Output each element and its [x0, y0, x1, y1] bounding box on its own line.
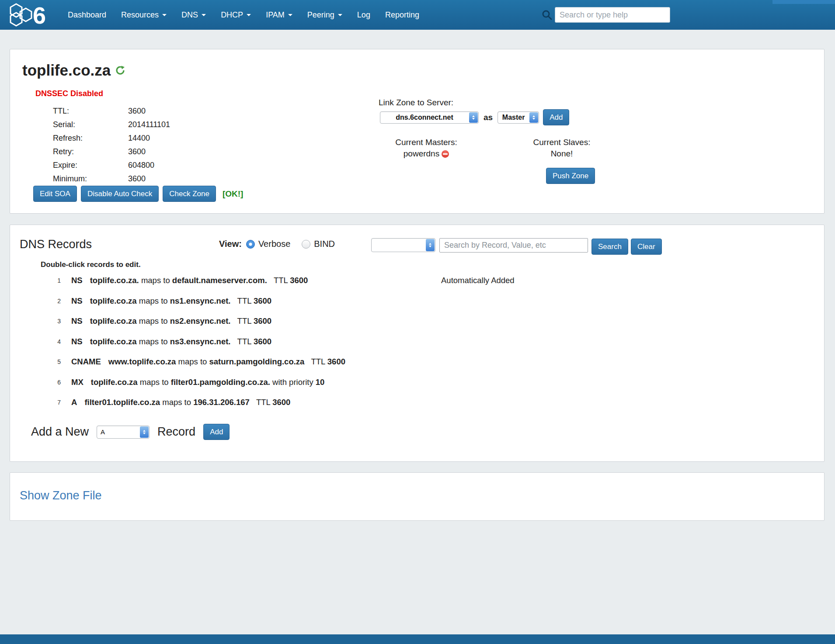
top-right-accent: [772, 0, 835, 4]
chevron-down-icon: [202, 14, 206, 16]
record-row[interactable]: 4 NStoplife.co.za maps to ns3.ensync.net…: [10, 332, 824, 352]
global-search-input[interactable]: [555, 7, 670, 23]
nav-item-label: Resources: [121, 10, 159, 20]
record-clear-button[interactable]: Clear: [631, 239, 662, 255]
check-zone-button[interactable]: Check Zone: [163, 186, 216, 202]
record-target: ns1.ensync.net.: [170, 296, 231, 305]
record-row[interactable]: 2 NStoplife.co.za maps to ns1.ensync.net…: [10, 291, 824, 312]
record-number: 1: [49, 277, 61, 284]
soa-value: 604800: [128, 161, 154, 170]
app-logo[interactable]: 6: [0, 0, 60, 30]
record-filter-select-value: [372, 239, 425, 252]
record-row[interactable]: 1 NStoplife.co.za. maps to default.names…: [10, 270, 824, 291]
nav-item-dns[interactable]: DNS: [174, 0, 213, 30]
record-tail-label: TTL: [304, 357, 327, 366]
record-tail-value: 3600: [272, 398, 290, 407]
record-tail-label: TTL: [231, 316, 254, 325]
record-name: toplife.co.za: [90, 316, 137, 325]
select-stepper-icon: [529, 112, 538, 123]
search-icon: [541, 9, 553, 21]
link-zone-row: dns.6connect.net as Master Add: [380, 109, 569, 125]
record-target: 196.31.206.167: [193, 398, 250, 407]
add-new-prefix: Add a New: [31, 425, 89, 439]
as-label: as: [483, 113, 494, 122]
disable-auto-check-button[interactable]: Disable Auto Check: [81, 186, 159, 202]
link-zone-add-button[interactable]: Add: [543, 109, 569, 125]
soa-value: 3600: [128, 147, 146, 156]
record-row[interactable]: 7 Afilter01.toplife.co.za maps to 196.31…: [10, 392, 824, 413]
nav-item-ipam[interactable]: IPAM: [258, 0, 300, 30]
record-filter-select[interactable]: [371, 238, 435, 252]
refresh-zone-icon[interactable]: [115, 65, 125, 76]
nav-item-reporting[interactable]: Reporting: [378, 0, 427, 30]
footer-bar: [0, 634, 835, 644]
soa-label: Expire:: [53, 161, 128, 170]
record-row[interactable]: 6 MXtoplife.co.za maps to filter01.pamgo…: [10, 372, 824, 393]
record-search-button[interactable]: Search: [591, 239, 628, 255]
soa-value: 2014111101: [128, 120, 170, 129]
record-tail-value: 10: [316, 377, 325, 387]
record-number: 2: [49, 298, 61, 305]
navbar-search: [541, 0, 670, 30]
zone-file-panel: Show Zone File: [10, 472, 825, 521]
record-row[interactable]: 5 CNAMEwww.toplife.co.za maps to saturn.…: [10, 352, 824, 372]
nav-item-dashboard[interactable]: Dashboard: [60, 0, 114, 30]
server-select[interactable]: dns.6connect.net: [380, 111, 479, 124]
add-record-button[interactable]: Add: [203, 424, 230, 440]
soa-label: Minimum:: [53, 174, 128, 184]
record-type-select-value: A: [97, 426, 139, 438]
show-zone-file-link[interactable]: Show Zone File: [20, 489, 102, 502]
record-text: NStoplife.co.za. maps to default.nameser…: [71, 276, 308, 285]
current-slaves: Current Slaves: None!: [519, 137, 605, 159]
record-maps-label: maps to: [160, 398, 193, 407]
record-row[interactable]: 3 NStoplife.co.za maps to ns2.ensync.net…: [10, 311, 824, 332]
main-menu: Dashboard Resources DNS DHCP IPAM Peerin…: [60, 0, 427, 30]
record-tail-value: 3600: [254, 337, 271, 346]
soa-label: Serial:: [53, 120, 128, 129]
record-type: NS: [71, 337, 83, 346]
record-tail-label: with priority: [270, 377, 316, 387]
nav-item-peering[interactable]: Peering: [300, 0, 350, 30]
record-number: 7: [49, 399, 61, 406]
bind-radio[interactable]: [302, 240, 310, 249]
nav-item-label: DNS: [181, 10, 198, 20]
current-masters-value: powerdns: [404, 149, 439, 158]
record-type: NS: [71, 276, 83, 285]
record-target: ns3.ensync.net.: [170, 337, 231, 346]
record-tail-value: 3600: [290, 276, 308, 285]
record-type: NS: [71, 296, 83, 305]
link-zone-label: Link Zone to Server:: [379, 98, 453, 107]
role-select[interactable]: Master: [498, 111, 539, 124]
records-list: 1 NStoplife.co.za. maps to default.names…: [10, 270, 824, 413]
select-stepper-icon: [140, 426, 149, 438]
nav-item-label: Log: [357, 10, 370, 20]
nav-item-label: Reporting: [385, 10, 419, 20]
view-toggle: View: Verbose BIND: [219, 239, 335, 249]
nav-item-label: Peering: [307, 10, 334, 20]
bind-radio-label[interactable]: BIND: [314, 239, 335, 249]
verbose-radio[interactable]: [246, 240, 255, 249]
record-text: CNAMEwww.toplife.co.za maps to saturn.pa…: [71, 357, 345, 367]
edit-soa-button[interactable]: Edit SOA: [33, 186, 77, 202]
push-zone-button[interactable]: Push Zone: [546, 168, 595, 184]
nav-item-label: IPAM: [266, 10, 285, 20]
current-slaves-value: None!: [519, 148, 605, 159]
record-name: toplife.co.za.: [90, 276, 139, 285]
record-target: filter01.pamgolding.co.za.: [171, 377, 270, 387]
select-stepper-icon: [469, 112, 478, 123]
record-tail-label: TTL: [231, 296, 254, 305]
nav-item-resources[interactable]: Resources: [114, 0, 174, 30]
server-select-value: dns.6connect.net: [380, 112, 469, 123]
dns-records-panel: DNS Records View: Verbose BIND Search Cl…: [10, 225, 825, 462]
nav-item-log[interactable]: Log: [350, 0, 378, 30]
record-tail-label: TTL: [231, 337, 254, 346]
record-type-select[interactable]: A: [97, 426, 150, 439]
verbose-radio-label[interactable]: Verbose: [258, 239, 290, 249]
nav-item-dhcp[interactable]: DHCP: [213, 0, 258, 30]
record-text: MXtoplife.co.za maps to filter01.pamgold…: [71, 377, 324, 387]
hexagon-logo-icon: 6: [7, 3, 54, 27]
soa-table: TTL:3600 Serial:2014111101 Refresh:14400…: [53, 104, 170, 186]
record-text: NStoplife.co.za maps to ns3.ensync.net. …: [71, 337, 271, 346]
remove-master-icon[interactable]: [442, 150, 449, 158]
record-search-input[interactable]: [439, 238, 588, 253]
